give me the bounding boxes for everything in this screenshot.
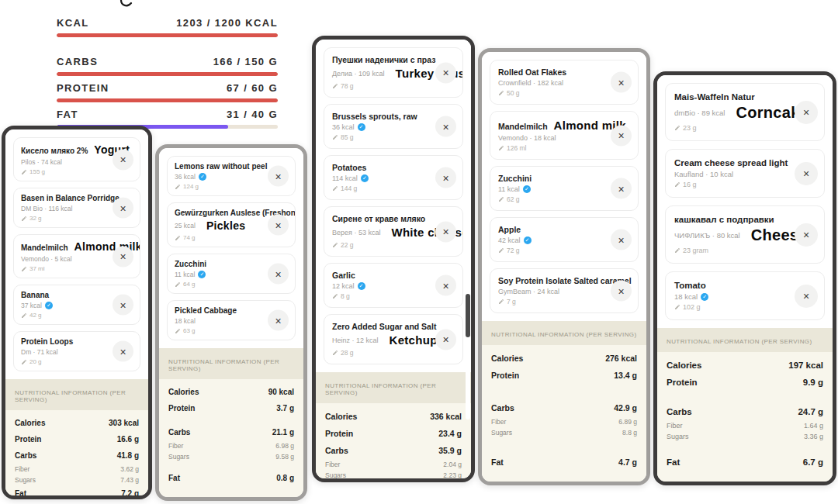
food-item-card[interactable]: Protein LoopsDm · 71 kcal20 g×: [13, 331, 140, 371]
food-item-card[interactable]: Basen in Balance PorridgeDM Bio · 116 kc…: [13, 188, 140, 228]
food-amount: 124 g: [183, 183, 199, 190]
remove-item-button[interactable]: ×: [795, 285, 818, 308]
remove-item-button[interactable]: ×: [113, 149, 133, 170]
remove-item-button[interactable]: ×: [435, 116, 456, 137]
edit-pencil-icon: [175, 184, 181, 190]
food-item-card[interactable]: Rolled Oat FlakesCrownfield · 182 kcal50…: [490, 60, 639, 105]
remove-item-button[interactable]: ×: [435, 329, 456, 350]
food-item-card[interactable]: Tomato18 kcal✓102 g×: [665, 271, 825, 320]
food-brand-kcal: 114 kcal: [332, 174, 358, 182]
remove-item-button[interactable]: ×: [113, 198, 133, 219]
remove-item-button[interactable]: ×: [268, 264, 289, 285]
nutrition-value: 9.9 g: [803, 378, 823, 387]
remove-item-button[interactable]: ×: [611, 72, 632, 93]
remove-item-button[interactable]: ×: [795, 101, 818, 124]
nutrition-header: NUTRITIONAL INFORMATION (PER SERVING): [5, 379, 148, 410]
food-item-card[interactable]: Potatoes114 kcal✓144 g×: [324, 155, 463, 200]
remove-item-button[interactable]: ×: [795, 223, 818, 247]
macro-row-kcal: KCAL 1203 / 1200 KCAL: [57, 17, 278, 37]
food-item-card[interactable]: Apple42 kcal✓72 g×: [490, 217, 639, 262]
remove-item-button[interactable]: ×: [611, 178, 632, 199]
nutrition-value: 23.4 g: [438, 429, 462, 438]
food-item-card[interactable]: Gewürzgurken Auslese (Freshona)25 kcalPi…: [167, 202, 296, 247]
meal-panel-3: Пуешки наденички с празДелиа · 109 kcalT…: [312, 36, 475, 482]
close-icon: ×: [275, 171, 281, 181]
pencil-icon: [332, 242, 338, 248]
food-item-card[interactable]: Lemons raw without peel36 kcal✓124 g×: [167, 156, 296, 196]
nutrition-value: 197 kcal: [788, 361, 823, 370]
remove-item-button[interactable]: ×: [268, 310, 289, 331]
nutrition-row-sugars: Sugars7.43 g: [15, 475, 139, 485]
food-item-list: Lemons raw without peel36 kcal✓124 g×Gew…: [159, 148, 303, 348]
food-amount-row: 8 g: [332, 292, 455, 300]
food-amount-row: 78 g: [332, 82, 455, 90]
nutrition-header: NUTRITIONAL INFORMATION (PER SERVING): [159, 348, 303, 379]
food-brand-kcal: 11 kcal: [498, 185, 520, 193]
food-item-card[interactable]: Soy Protein Isolate Salted caramelGymBea…: [490, 268, 639, 313]
pencil-icon: [332, 185, 338, 192]
remove-item-button[interactable]: ×: [268, 166, 289, 187]
verified-icon: ✓: [45, 302, 53, 309]
food-brand-kcal: DM Bio · 116 kcal: [21, 205, 72, 212]
food-amount: 78 g: [341, 82, 354, 90]
remove-item-button[interactable]: ×: [611, 281, 632, 302]
food-title: Brussels sprouts, raw: [332, 112, 417, 121]
remove-item-button[interactable]: ×: [611, 125, 632, 146]
food-item-card[interactable]: Garlic12 kcal✓8 g×: [324, 263, 463, 308]
food-brand-kcal: 36 kcal: [175, 173, 196, 181]
macro-row-protein: PROTEIN 67 / 60 G: [57, 82, 278, 102]
edit-pencil-icon: [175, 328, 181, 334]
remove-item-button[interactable]: ×: [113, 341, 133, 362]
remove-item-button[interactable]: ×: [113, 246, 133, 267]
food-item-card[interactable]: кашкавал с подправкиЧИФЛИКЪ · 80 kcalChe…: [665, 205, 825, 264]
nutrition-value: 6.7 g: [803, 457, 823, 467]
close-icon: ×: [442, 172, 448, 183]
food-item-card[interactable]: Banana37 kcal✓42 g×: [13, 285, 140, 325]
pencil-icon: [21, 266, 27, 272]
verified-icon: ✓: [524, 236, 532, 244]
pencil-icon: [498, 90, 504, 96]
remove-item-button[interactable]: ×: [435, 167, 456, 188]
nutrition-value: 6.89 g: [618, 418, 637, 426]
nutrition-row-fiber: Fiber6.98 g: [168, 440, 294, 451]
macros-summary-panel: KCAL 1203 / 1200 KCAL CARBS 166 / 150 G …: [57, 0, 278, 135]
food-item-card[interactable]: Сирене от краве млякоВерея · 53 kcalWhit…: [324, 206, 463, 257]
food-item-card[interactable]: Zero Added Sugar and SaltHeinz · 12 kcal…: [324, 314, 463, 364]
verified-icon: ✓: [361, 174, 369, 182]
nutrition-label: Fiber: [168, 442, 183, 450]
food-item-card[interactable]: Пуешки наденички с празДелиа · 109 kcalT…: [324, 47, 463, 98]
verified-icon: ✓: [199, 173, 206, 181]
pencil-icon: [498, 196, 504, 202]
nutrition-label: Protein: [325, 429, 353, 438]
remove-item-button[interactable]: ×: [435, 275, 456, 296]
remove-item-button[interactable]: ×: [795, 162, 818, 185]
remove-item-button[interactable]: ×: [268, 215, 289, 236]
food-item-card[interactable]: Pickled Cabbage18 kcal63 g×: [167, 300, 296, 340]
food-item-card[interactable]: Zucchini11 kcal✓62 g×: [490, 166, 639, 211]
food-amount-row: 23 g: [674, 124, 815, 132]
scrollbar-thumb[interactable]: [466, 294, 470, 337]
pencil-icon: [175, 235, 181, 241]
pencil-icon: [498, 145, 504, 151]
food-amount: 144 g: [341, 185, 357, 192]
food-item-card[interactable]: Mais-Waffeln NaturdmBio · 89 kcalCorncak…: [665, 83, 825, 141]
remove-item-button[interactable]: ×: [435, 221, 456, 242]
food-item-card[interactable]: Cream cheese spread lightKaufland · 10 k…: [665, 149, 825, 198]
edit-pencil-icon: [498, 299, 504, 305]
remove-item-button[interactable]: ×: [435, 62, 456, 83]
edit-pencil-icon: [21, 312, 27, 319]
food-amount-row: 144 g: [332, 185, 455, 192]
nutrition-value: 2.04 g: [443, 461, 462, 468]
close-icon: ×: [119, 251, 126, 262]
remove-item-button[interactable]: ×: [611, 230, 632, 250]
nutrition-row-fat: Fat0.8 g: [168, 470, 294, 486]
edit-pencil-icon: [498, 247, 504, 254]
food-item-card[interactable]: MandelmilchAlmond milkVemondo · 18 kcal1…: [490, 111, 639, 160]
food-item-card[interactable]: MandelmilchAlmond milkVemondo · 5 kcal37…: [13, 234, 140, 278]
food-item-card[interactable]: Zucchini11 kcal✓64 g×: [167, 254, 296, 294]
food-item-card[interactable]: Кисело мляко 2%YogurtPilos · 74 kcal155 …: [13, 137, 140, 181]
food-brand-kcal: 37 kcal: [21, 302, 42, 309]
food-item-card[interactable]: Brussels sprouts, raw36 kcal✓85 g×: [324, 104, 463, 149]
nutrition-row-calories: Calories197 kcal: [667, 357, 823, 374]
remove-item-button[interactable]: ×: [113, 295, 133, 316]
